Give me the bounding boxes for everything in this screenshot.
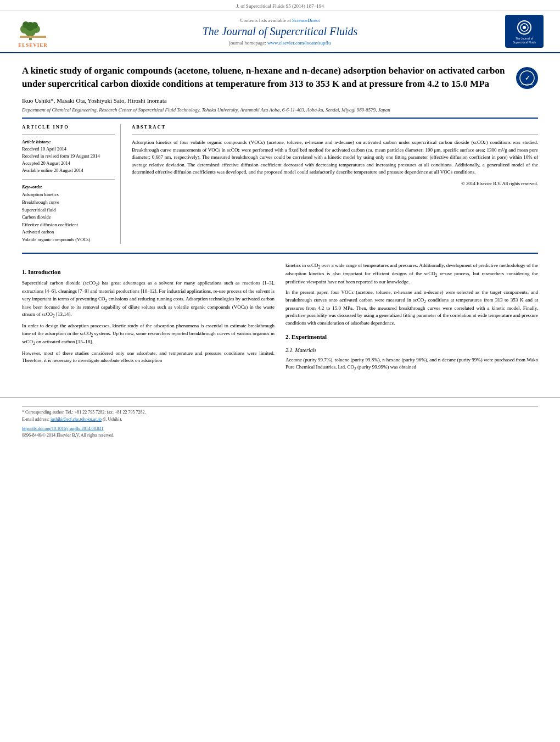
intro-para-3: However, most of these studies considere… xyxy=(22,350,275,365)
keyword-7: Volatile organic compounds (VOCs) xyxy=(22,236,115,244)
experimental-heading: 2. Experimental xyxy=(285,332,538,342)
authors: Ikuo Ushiki*, Masaki Ota, Yoshiyuki Sato… xyxy=(22,97,538,104)
keywords-list: Adsorption kinetics Breakthrough curve S… xyxy=(22,191,115,243)
journal-logo-right: The Journal of Supercritical Fluids xyxy=(505,15,544,48)
article-title-section: A kinetic study of organic compounds (ac… xyxy=(22,64,538,91)
intro-right-para-1: kinetics in scCO2 over a wide range of t… xyxy=(285,262,538,286)
journal-top-bar: J. of Supercritical Fluids 95 (2014) 187… xyxy=(0,0,560,10)
homepage-link[interactable]: www.elsevier.com/locate/supflu xyxy=(267,40,331,46)
keyword-6: Activated carbon xyxy=(22,228,115,236)
abstract-label: ABSTRACT xyxy=(132,124,538,130)
article-info-abstract-section: ARTICLE INFO Article history: Received 1… xyxy=(22,124,538,243)
email-note: E-mail address: iushiki@scf.che.tohoku.a… xyxy=(22,416,538,422)
article-content: A kinetic study of organic compounds (ac… xyxy=(0,53,560,386)
page-footer: * Corresponding author. Tel.: +81 22 795… xyxy=(0,397,560,444)
info-divider xyxy=(22,134,115,135)
intro-para-1: Supercritical carbon dioxide (scCO2) has… xyxy=(22,280,275,319)
svg-rect-7 xyxy=(20,36,46,38)
svg-text:The Journal of: The Journal of xyxy=(516,37,534,40)
intro-right-para-2: In the present paper, four VOCs (acetone… xyxy=(285,289,538,327)
affiliation: Department of Chemical Engineering, Rese… xyxy=(22,107,538,114)
keyword-4: Carbon dioxide xyxy=(22,214,115,221)
intro-para-2: In order to design the adsorption proces… xyxy=(22,322,275,347)
accepted-date: Accepted 20 August 2014 xyxy=(22,160,115,166)
journal-logo-icon: The Journal of Supercritical Fluids xyxy=(508,16,541,47)
journal-title-center: Contents lists available at ScienceDirec… xyxy=(55,18,505,46)
keyword-1: Adsorption kinetics xyxy=(22,191,115,199)
keyword-3: Supercritical fluid xyxy=(22,207,115,214)
materials-subheading: 2.1. Materials xyxy=(285,346,538,354)
issn-line: 0896-8446/© 2014 Elsevier B.V. All right… xyxy=(22,432,538,438)
journal-main-title: The Journal of Supercritical Fluids xyxy=(55,25,505,38)
svg-text:Supercritical Fluids: Supercritical Fluids xyxy=(513,41,536,44)
svg-text:✓: ✓ xyxy=(525,75,530,81)
abstract-column: ABSTRACT Adsorption kinetics of four vol… xyxy=(132,124,538,243)
homepage-line: journal homepage: www.elsevier.com/locat… xyxy=(55,40,505,46)
journal-reference: J. of Supercritical Fluids 95 (2014) 187… xyxy=(236,3,324,9)
article-title: A kinetic study of organic compounds (ac… xyxy=(22,64,516,91)
svg-point-6 xyxy=(31,22,38,29)
abstract-text: Adsorption kinetics of four volatile org… xyxy=(132,139,538,176)
svg-text:CrossMark: CrossMark xyxy=(522,83,533,86)
footer-divider xyxy=(22,406,538,407)
copyright: © 2014 Elsevier B.V. All rights reserved… xyxy=(132,181,538,186)
page: J. of Supercritical Fluids 95 (2014) 187… xyxy=(0,0,560,742)
elsevier-logo: ELSEVIER xyxy=(11,15,55,48)
journal-header: ELSEVIER Contents lists available at Sci… xyxy=(0,10,560,53)
svg-point-11 xyxy=(523,26,526,29)
keywords-divider xyxy=(22,179,115,180)
elsevier-brand-text: ELSEVIER xyxy=(18,42,48,48)
svg-point-5 xyxy=(23,21,29,28)
elsevier-tree-icon xyxy=(18,19,48,41)
received-revised-date: Received in revised form 19 August 2014 xyxy=(22,153,115,159)
keyword-2: Breakthrough curve xyxy=(22,199,115,207)
body-columns: 1. Introduction Supercritical carbon dio… xyxy=(22,262,538,376)
corresponding-note: * Corresponding author. Tel.: +81 22 795… xyxy=(22,409,538,415)
crossmark-icon: ✓ CrossMark xyxy=(517,68,537,88)
keywords-label: Keywords: xyxy=(22,184,115,189)
crossmark-badge: ✓ CrossMark xyxy=(516,67,538,89)
contents-line: Contents lists available at ScienceDirec… xyxy=(55,18,505,23)
received-date: Received 10 April 2014 xyxy=(22,146,115,152)
available-date: Available online 28 August 2014 xyxy=(22,168,115,174)
keyword-5: Effective diffusion coefficient xyxy=(22,221,115,229)
sciencedirect-link[interactable]: ScienceDirect xyxy=(292,18,320,23)
abstract-divider xyxy=(132,134,538,135)
materials-para: Acetone (purity 99.7%), toluene (purity … xyxy=(285,356,538,372)
article-info-column: ARTICLE INFO Article history: Received 1… xyxy=(22,124,121,243)
body-divider xyxy=(22,253,538,254)
intro-heading: 1. Introduction xyxy=(22,267,275,277)
article-info-label: ARTICLE INFO xyxy=(22,124,115,130)
body-left-column: 1. Introduction Supercritical carbon dio… xyxy=(22,262,275,376)
body-right-column: kinetics in scCO2 over a wide range of t… xyxy=(285,262,538,376)
email-link[interactable]: iushiki@scf.che.tohoku.ac.jp xyxy=(51,417,102,422)
history-label: Article history: xyxy=(22,139,115,144)
divider-thick xyxy=(22,118,538,119)
doi-link[interactable]: http://dx.doi.org/10.1016/j.supflu.2014.… xyxy=(22,426,104,431)
